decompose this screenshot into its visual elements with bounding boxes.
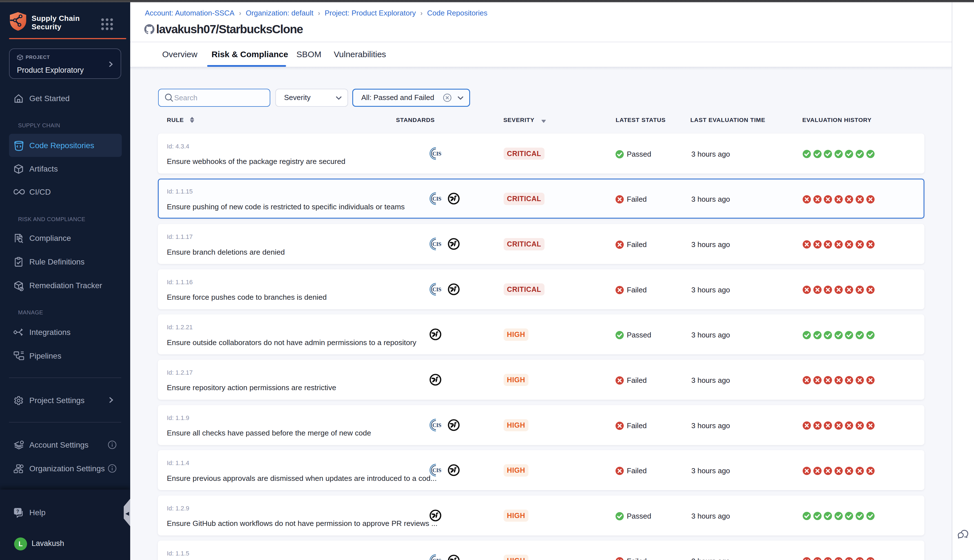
svg-text:?: ? — [16, 509, 19, 514]
